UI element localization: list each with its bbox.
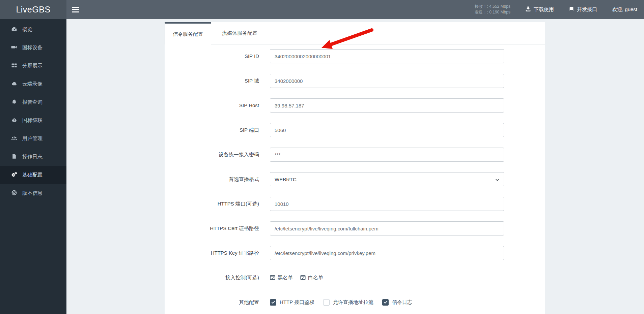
calendar-check-icon [300,275,306,281]
chevron-down-icon [495,177,499,182]
sip-domain-input[interactable] [270,74,504,88]
sidebar-item-version-info[interactable]: 版本信息 [0,184,66,202]
sidebar-item-cloud-recording[interactable]: 云端录像 [0,75,66,93]
checkbox-allow-pull[interactable]: 允许直播地址拉流 [323,299,373,306]
field-row-sip-port: SIP 端口 [165,123,545,137]
access-control-label: 接入控制(可选) [165,271,259,285]
field-row-preferred-format: 首选直播格式 WEBRTC [165,172,545,186]
sip-host-input[interactable] [270,98,504,113]
field-row-access-control: 接入控制(可选) 黑名单 白名单 [165,271,545,285]
sidebar-nav: 概览 国标设备 分屏展示 云端录像 报警查询 国标级联 用户管理 操作日志 基础… [0,19,66,314]
field-row-sip-domain: SIP 域 [165,74,545,88]
field-row-sip-host: SIP Host [165,98,545,113]
sidebar-item-split-screen[interactable]: 分屏展示 [0,57,66,75]
cloud-icon [11,81,17,87]
sidebar-item-user-management[interactable]: 用户管理 [0,129,66,148]
checked-checkbox-icon [382,299,389,306]
https-port-input[interactable] [270,197,504,211]
api-docs-link[interactable]: 开发接口 [569,6,597,13]
download-link[interactable]: 下载使用 [525,6,554,13]
sidebar-toggle-button[interactable] [72,5,79,14]
sip-port-input[interactable] [270,123,504,137]
checkbox-http-auth[interactable]: HTTP 接口鉴权 [270,299,314,306]
checked-checkbox-icon [270,299,276,306]
tab-bar: 信令服务配置 流媒体服务配置 [165,22,545,44]
sip-host-label: SIP Host [165,98,259,113]
sidebar-item-basic-config[interactable]: 基础配置 [0,166,66,184]
https-key-path-input[interactable] [270,246,504,260]
video-camera-icon [11,44,17,51]
bell-icon [11,99,17,105]
preferred-format-label: 首选直播格式 [165,172,259,186]
checkbox-signal-log[interactable]: 信令日志 [382,299,412,306]
device-password-label: 设备统一接入密码 [165,148,259,162]
sidebar-item-overview[interactable]: 概览 [0,20,66,38]
users-icon [11,135,17,142]
tab-signal-service-config[interactable]: 信令服务配置 [165,22,211,44]
https-key-path-label: HTTPS Key 证书路径 [165,246,259,260]
tx-stat: 发送 ↓ : 0.190 Mbps [475,9,510,15]
cloud-upload-icon [11,117,17,124]
sip-id-input[interactable] [270,49,504,63]
sidebar-item-gb-devices[interactable]: 国标设备 [0,38,66,57]
gears-icon [11,172,17,178]
device-password-input[interactable] [270,148,504,162]
file-icon [11,154,17,160]
ring-icon [11,190,17,196]
gauge-icon [11,26,17,33]
network-stats: 接收 ↑ : 4.552 Mbps 发送 ↓ : 0.190 Mbps [475,4,510,15]
field-row-https-key: HTTPS Key 证书路径 [165,246,545,260]
sip-domain-label: SIP 域 [165,74,259,88]
field-row-https-cert: HTTPS Cert 证书路径 [165,221,545,236]
calendar-check-icon [270,275,275,281]
download-icon [525,6,531,13]
sip-port-label: SIP 端口 [165,123,259,137]
top-header: LiveGBS 接收 ↑ : 4.552 Mbps 发送 ↓ : 0.190 M… [0,0,644,19]
unchecked-checkbox-icon [323,299,330,306]
sidebar-item-gb-cascade[interactable]: 国标级联 [0,111,66,129]
main-content: 信令服务配置 流媒体服务配置 SIP ID SIP 域 SIP Host SIP… [66,19,644,314]
field-row-device-password: 设备统一接入密码 [165,148,545,162]
tab-media-service-config[interactable]: 流媒体服务配置 [211,22,268,44]
config-card: 信令服务配置 流媒体服务配置 SIP ID SIP 域 SIP Host SIP… [165,22,545,314]
sidebar-item-operation-log[interactable]: 操作日志 [0,148,66,166]
preferred-format-value: WEBRTC [275,177,297,182]
book-icon [569,6,574,13]
other-config-label: 其他配置 [165,295,259,309]
grid-icon [11,63,17,69]
sip-id-label: SIP ID [165,49,259,63]
field-row-other-config: 其他配置 HTTP 接口鉴权 允许直播地址拉流 信令日志 [165,295,545,309]
preferred-format-select[interactable]: WEBRTC [270,172,504,186]
rx-stat: 接收 ↑ : 4.552 Mbps [475,4,510,9]
field-row-https-port: HTTPS 端口(可选) [165,197,545,211]
welcome-user[interactable]: 欢迎, guest [612,6,637,13]
field-row-sip-id: SIP ID [165,49,545,63]
app-logo: LiveGBS [0,0,66,19]
signal-config-form: SIP ID SIP 域 SIP Host SIP 端口 设备统一接入密码 首选 [165,44,545,309]
blacklist-link[interactable]: 黑名单 [270,275,293,281]
whitelist-link[interactable]: 白名单 [300,275,323,281]
https-port-label: HTTPS 端口(可选) [165,197,259,211]
hamburger-icon [72,7,79,8]
https-cert-path-input[interactable] [270,221,504,236]
https-cert-path-label: HTTPS Cert 证书路径 [165,221,259,236]
sidebar-item-alarm-query[interactable]: 报警查询 [0,93,66,111]
